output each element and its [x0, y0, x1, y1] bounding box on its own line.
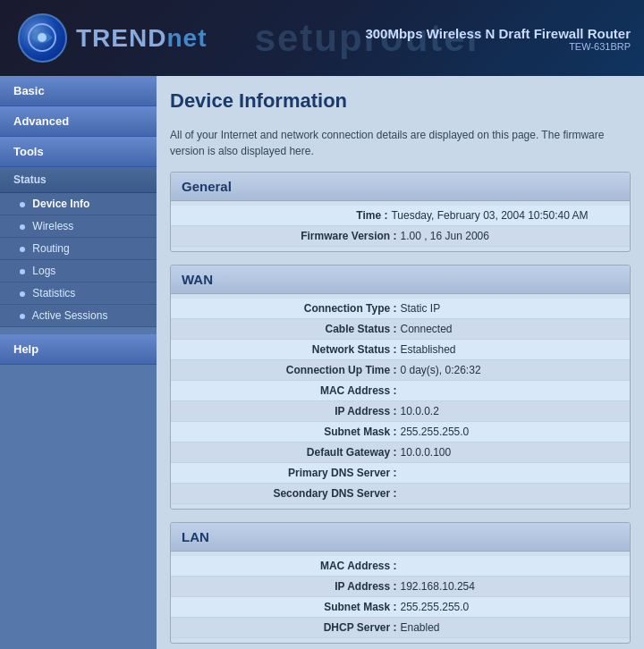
section-wan-header: WAN — [171, 266, 630, 294]
section-wan: WAN Connection Type : Static IP Cable St… — [170, 265, 631, 510]
sidebar-item-logs[interactable]: Logs — [0, 260, 157, 282]
table-row: Connection Type : Static IP — [171, 299, 630, 319]
info-value — [401, 384, 580, 397]
table-row: Default Gateway : 10.0.0.100 — [171, 442, 630, 463]
brand-prefix: TREND — [76, 24, 166, 52]
sidebar-item-label-logs: Logs — [32, 265, 55, 277]
table-row: Subnet Mask : 255.255.255.0 — [171, 597, 630, 618]
section-lan: LAN MAC Address : IP Address : 192.168.1… — [170, 522, 631, 644]
table-row: Connection Up Time : 0 day(s), 0:26:32 — [171, 360, 630, 381]
sidebar-item-routing[interactable]: Routing — [0, 238, 157, 260]
info-label: DHCP Server : — [222, 621, 401, 634]
info-value: Tuesday, February 03, 2004 10:50:40 AM — [391, 209, 588, 222]
info-value — [401, 487, 580, 500]
section-general-body: Time : Tuesday, February 03, 2004 10:50:… — [171, 201, 630, 251]
section-general: General Time : Tuesday, February 03, 200… — [170, 172, 631, 252]
table-row: Subnet Mask : 255.255.255.0 — [171, 422, 630, 442]
logo: TRENDnet — [18, 13, 207, 63]
brand-suffix: net — [166, 24, 207, 52]
info-label: IP Address : — [222, 580, 401, 593]
info-label: Primary DNS Server : — [222, 467, 401, 479]
dot-icon — [20, 269, 25, 274]
info-label: Default Gateway : — [222, 446, 401, 459]
table-row: DHCP Server : Enabled — [171, 618, 630, 638]
info-label: Subnet Mask : — [222, 601, 401, 613]
header: TRENDnet setuprouter 300Mbps Wireless N … — [0, 0, 644, 76]
section-wan-body: Connection Type : Static IP Cable Status… — [171, 294, 630, 509]
sidebar-item-wireless[interactable]: Wireless — [0, 215, 157, 238]
sidebar-btn-tools[interactable]: Tools — [0, 137, 157, 167]
sidebar-item-label-device-info: Device Info — [32, 198, 89, 210]
sidebar-item-statistics[interactable]: Statistics — [0, 282, 157, 305]
dot-icon — [20, 247, 25, 252]
content-area: Device Information All of your Internet … — [157, 76, 644, 649]
info-value: 1.00 , 16 Jun 2006 — [401, 230, 580, 242]
main-layout: Basic Advanced Tools Status Device Info … — [0, 76, 644, 649]
table-row: IP Address : 10.0.0.2 — [171, 401, 630, 422]
info-label: Network Status : — [222, 343, 401, 356]
sidebar-item-label-active-sessions: Active Sessions — [32, 309, 108, 322]
dot-icon — [20, 314, 25, 319]
sidebar-item-device-info[interactable]: Device Info — [0, 193, 157, 215]
table-row: Secondary DNS Server : — [171, 484, 630, 504]
info-value — [401, 467, 580, 479]
product-name: 300Mbps Wireless N Draft Firewall Router — [365, 25, 631, 40]
table-row: Cable Status : Connected — [171, 319, 630, 340]
table-row: Firmware Version : 1.00 , 16 Jun 2006 — [171, 226, 630, 247]
info-label: Connection Up Time : — [222, 364, 401, 376]
info-label: Cable Status : — [222, 323, 401, 335]
info-label: Time : — [212, 209, 391, 222]
info-label: Subnet Mask : — [222, 426, 401, 438]
info-value: Enabled — [401, 621, 580, 634]
section-lan-header: LAN — [171, 523, 630, 552]
sidebar-btn-basic[interactable]: Basic — [0, 76, 157, 106]
sidebar-item-label-routing: Routing — [32, 242, 69, 255]
table-row: Time : Tuesday, February 03, 2004 10:50:… — [171, 206, 630, 226]
sidebar-item-label-wireless: Wireless — [32, 220, 73, 232]
info-label: Connection Type : — [222, 302, 401, 315]
info-label: MAC Address : — [222, 560, 401, 572]
table-row: Network Status : Established — [171, 340, 630, 360]
info-value: Established — [401, 343, 580, 356]
table-row: Primary DNS Server : — [171, 463, 630, 484]
dot-icon — [20, 291, 25, 297]
info-label: Secondary DNS Server : — [222, 487, 401, 500]
sidebar-section-status: Status — [0, 167, 157, 193]
dot-icon — [20, 224, 25, 230]
page-title: Device Information — [170, 89, 631, 120]
sidebar-btn-help[interactable]: Help — [0, 334, 157, 365]
sidebar-btn-advanced[interactable]: Advanced — [0, 106, 157, 137]
sidebar-item-active-sessions[interactable]: Active Sessions — [0, 305, 157, 327]
page-description: All of your Internet and network connect… — [170, 127, 631, 159]
logo-icon — [18, 13, 67, 63]
section-general-header: General — [171, 173, 630, 201]
table-row: MAC Address : — [171, 556, 630, 577]
svg-point-1 — [38, 33, 47, 42]
info-value: 0 day(s), 0:26:32 — [401, 364, 580, 376]
info-value: 255.255.255.0 — [401, 426, 580, 438]
model-number: TEW-631BRP — [365, 40, 631, 51]
sidebar-item-label-statistics: Statistics — [32, 287, 75, 299]
sidebar: Basic Advanced Tools Status Device Info … — [0, 76, 157, 649]
info-value: 255.255.255.0 — [401, 601, 580, 613]
info-value: Connected — [401, 323, 580, 335]
info-value: Static IP — [401, 302, 580, 315]
table-row: IP Address : 192.168.10.254 — [171, 577, 630, 597]
info-value: 10.0.0.100 — [401, 446, 580, 459]
info-value: 192.168.10.254 — [401, 580, 580, 593]
logo-text: TRENDnet — [76, 24, 207, 53]
table-row: MAC Address : — [171, 381, 630, 401]
info-label: Firmware Version : — [222, 230, 401, 242]
info-value — [401, 560, 580, 572]
info-value: 10.0.0.2 — [401, 405, 580, 417]
info-label: IP Address : — [222, 405, 401, 417]
info-label: MAC Address : — [222, 384, 401, 397]
dot-icon — [20, 202, 25, 207]
product-info: 300Mbps Wireless N Draft Firewall Router… — [365, 25, 631, 51]
section-lan-body: MAC Address : IP Address : 192.168.10.25… — [171, 552, 630, 643]
